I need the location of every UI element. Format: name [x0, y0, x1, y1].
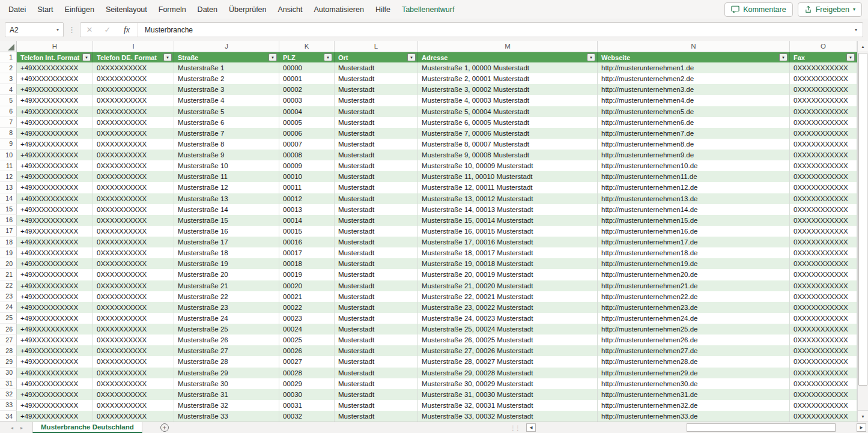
- cell-tel_int[interactable]: +49XXXXXXXXXX: [17, 269, 93, 280]
- cell-tel_int[interactable]: +49XXXXXXXXXX: [17, 356, 93, 367]
- cell-fax[interactable]: 0XXXXXXXXXXX: [790, 160, 857, 171]
- cell-ort[interactable]: Musterstadt: [335, 335, 418, 345]
- row-header-15[interactable]: 15: [0, 204, 17, 215]
- insert-function-button[interactable]: fx: [117, 25, 137, 35]
- cell-ort[interactable]: Musterstadt: [335, 106, 418, 117]
- cell-tel_int[interactable]: +49XXXXXXXXXX: [17, 226, 93, 237]
- cell-tel_de[interactable]: 0XXXXXXXXXX: [93, 291, 174, 302]
- cell-adresse[interactable]: Musterstraße 16, 00015 Musterstadt: [418, 226, 598, 237]
- cell-adresse[interactable]: Musterstraße 29, 00028 Musterstadt: [418, 368, 598, 378]
- cell-fax[interactable]: 0XXXXXXXXXXX: [790, 258, 857, 269]
- vertical-scrollbar[interactable]: ▲ ▼: [857, 41, 868, 422]
- cell-tel_int[interactable]: +49XXXXXXXXXX: [17, 204, 93, 215]
- cell-webseite[interactable]: http://musterunternehmen32.de: [598, 400, 790, 411]
- cell-plz[interactable]: 00025: [279, 335, 335, 345]
- cell-strasse[interactable]: Musterstraße 20: [174, 269, 279, 280]
- row-header-6[interactable]: 6: [0, 106, 17, 117]
- cell-tel_int[interactable]: +49XXXXXXXXXX: [17, 368, 93, 378]
- header-cell-fax[interactable]: Fax▼: [790, 52, 857, 62]
- cell-fax[interactable]: 0XXXXXXXXXXX: [790, 150, 857, 160]
- cell-webseite[interactable]: http://musterunternehmen24.de: [598, 313, 790, 324]
- cell-strasse[interactable]: Musterstraße 21: [174, 280, 279, 291]
- cell-strasse[interactable]: Musterstraße 22: [174, 291, 279, 302]
- horizontal-scrollbar[interactable]: ◀ ▶: [524, 422, 868, 433]
- cell-tel_int[interactable]: +49XXXXXXXXXX: [17, 324, 93, 335]
- cell-ort[interactable]: Musterstadt: [335, 280, 418, 291]
- cell-tel_int[interactable]: +49XXXXXXXXXX: [17, 62, 93, 73]
- cell-plz[interactable]: 00024: [279, 324, 335, 335]
- cell-tel_de[interactable]: 0XXXXXXXXXX: [93, 302, 174, 313]
- cell-fax[interactable]: 0XXXXXXXXXXX: [790, 247, 857, 258]
- cell-ort[interactable]: Musterstadt: [335, 400, 418, 411]
- cell-strasse[interactable]: Musterstraße 31: [174, 389, 279, 400]
- row-header-8[interactable]: 8: [0, 128, 17, 139]
- cell-fax[interactable]: 0XXXXXXXXXXX: [790, 106, 857, 117]
- cell-fax[interactable]: 0XXXXXXXXXXX: [790, 62, 857, 73]
- cell-webseite[interactable]: http://musterunternehmen17.de: [598, 237, 790, 247]
- row-header-1[interactable]: 1: [0, 52, 17, 62]
- cell-strasse[interactable]: Musterstraße 7: [174, 128, 279, 139]
- cell-webseite[interactable]: http://musterunternehmen8.de: [598, 139, 790, 150]
- column-header-I[interactable]: I: [93, 41, 174, 52]
- cell-webseite[interactable]: http://musterunternehmen19.de: [598, 258, 790, 269]
- ribbon-tab-start[interactable]: Start: [37, 5, 53, 14]
- cell-strasse[interactable]: Musterstraße 4: [174, 95, 279, 106]
- cell-strasse[interactable]: Musterstraße 29: [174, 368, 279, 378]
- cell-tel_int[interactable]: +49XXXXXXXXXX: [17, 389, 93, 400]
- cell-plz[interactable]: 00013: [279, 204, 335, 215]
- header-cell-adresse[interactable]: Adresse▼: [418, 52, 598, 62]
- cell-adresse[interactable]: Musterstraße 23, 00022 Musterstadt: [418, 302, 598, 313]
- cell-tel_de[interactable]: 0XXXXXXXXXX: [93, 106, 174, 117]
- column-header-O[interactable]: O: [790, 41, 857, 52]
- cell-adresse[interactable]: Musterstraße 10, 00009 Musterstadt: [418, 160, 598, 171]
- scroll-up-button[interactable]: ▲: [858, 41, 868, 52]
- cell-tel_int[interactable]: +49XXXXXXXXXX: [17, 411, 93, 422]
- cell-fax[interactable]: 0XXXXXXXXXXX: [790, 378, 857, 389]
- cell-fax[interactable]: 0XXXXXXXXXXX: [790, 335, 857, 345]
- cell-tel_int[interactable]: +49XXXXXXXXXX: [17, 150, 93, 160]
- cell-fax[interactable]: 0XXXXXXXXXXX: [790, 411, 857, 422]
- cell-ort[interactable]: Musterstadt: [335, 139, 418, 150]
- cell-plz[interactable]: 00023: [279, 313, 335, 324]
- filter-dropdown-button[interactable]: ▼: [779, 53, 788, 61]
- cell-ort[interactable]: Musterstadt: [335, 160, 418, 171]
- cell-plz[interactable]: 00016: [279, 237, 335, 247]
- cell-fax[interactable]: 0XXXXXXXXXXX: [790, 73, 857, 84]
- cell-ort[interactable]: Musterstadt: [335, 171, 418, 182]
- cell-tel_de[interactable]: 0XXXXXXXXXX: [93, 95, 174, 106]
- filter-dropdown-button[interactable]: ▼: [846, 53, 855, 61]
- cell-plz[interactable]: 00020: [279, 280, 335, 291]
- cell-plz[interactable]: 00008: [279, 150, 335, 160]
- row-header-7[interactable]: 7: [0, 117, 17, 128]
- cell-strasse[interactable]: Musterstraße 9: [174, 150, 279, 160]
- row-header-18[interactable]: 18: [0, 237, 17, 247]
- row-header-12[interactable]: 12: [0, 171, 17, 182]
- column-header-N[interactable]: N: [598, 41, 790, 52]
- cell-adresse[interactable]: Musterstraße 14, 00013 Musterstadt: [418, 204, 598, 215]
- cell-adresse[interactable]: Musterstraße 13, 00012 Musterstadt: [418, 193, 598, 204]
- share-button[interactable]: Freigeben ▾: [798, 2, 862, 17]
- row-header-10[interactable]: 10: [0, 150, 17, 160]
- filter-dropdown-button[interactable]: ▼: [163, 53, 172, 61]
- cell-strasse[interactable]: Musterstraße 11: [174, 171, 279, 182]
- header-cell-webseite[interactable]: Webseite▼: [598, 52, 790, 62]
- cell-tel_de[interactable]: 0XXXXXXXXXX: [93, 171, 174, 182]
- expand-formula-bar-icon[interactable]: ▾: [849, 27, 863, 32]
- row-header-28[interactable]: 28: [0, 345, 17, 356]
- cell-ort[interactable]: Musterstadt: [335, 324, 418, 335]
- cell-adresse[interactable]: Musterstraße 18, 00017 Musterstadt: [418, 247, 598, 258]
- cell-webseite[interactable]: http://musterunternehmen1.de: [598, 62, 790, 73]
- cell-tel_de[interactable]: 0XXXXXXXXXX: [93, 182, 174, 193]
- cell-plz[interactable]: 00029: [279, 378, 335, 389]
- chevron-down-icon[interactable]: ▾: [853, 7, 855, 12]
- cell-tel_int[interactable]: +49XXXXXXXXXX: [17, 247, 93, 258]
- cell-strasse[interactable]: Musterstraße 26: [174, 335, 279, 345]
- cell-tel_int[interactable]: +49XXXXXXXXXX: [17, 171, 93, 182]
- cell-ort[interactable]: Musterstadt: [335, 117, 418, 128]
- ribbon-tab-seitenlayout[interactable]: Seitenlayout: [106, 5, 147, 14]
- cell-strasse[interactable]: Musterstraße 17: [174, 237, 279, 247]
- row-header-30[interactable]: 30: [0, 368, 17, 378]
- cell-strasse[interactable]: Musterstraße 6: [174, 117, 279, 128]
- cell-webseite[interactable]: http://musterunternehmen14.de: [598, 204, 790, 215]
- cell-adresse[interactable]: Musterstraße 33, 00032 Musterstadt: [418, 411, 598, 422]
